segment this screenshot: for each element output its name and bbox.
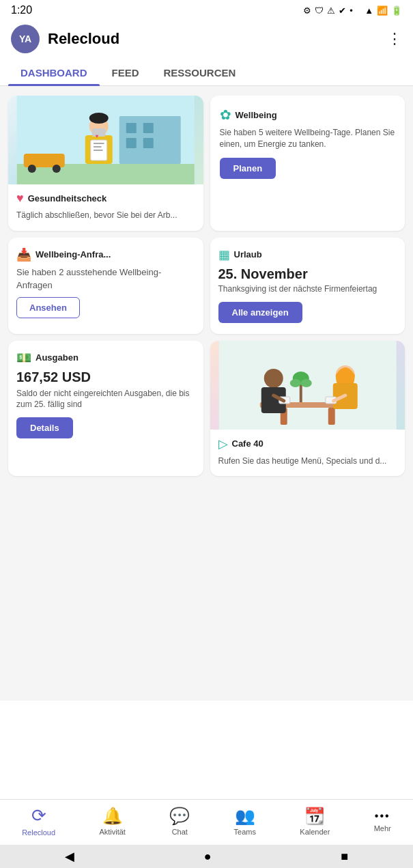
svg-rect-16: [94, 146, 102, 148]
card-grid: ♥ ♥ Gesundheitscheck Täglich abschließen…: [8, 96, 405, 476]
svg-point-8: [28, 165, 36, 173]
signal-icon: 📶: [377, 5, 388, 16]
cafe-icon: ▷: [218, 436, 228, 451]
vacation-body: ▦ Urlaub 25. November Thanksgiving ist d…: [210, 238, 405, 334]
relecloud-nav-label: Relecloud: [22, 828, 55, 837]
svg-point-25: [289, 379, 300, 387]
wellbeing-card: ✿ Wellbeing Sie haben 5 weitere Wellbein…: [210, 96, 405, 231]
tabs-bar: DASHBOARD FEED RESSOURCEN: [0, 60, 413, 86]
mehr-nav-icon: •••: [375, 810, 390, 822]
nav-item-relecloud[interactable]: ⟳ Relecloud: [22, 805, 55, 837]
expenses-body: 💵 Ausgaben 167,52 USD Saldo der nicht ei…: [8, 341, 203, 450]
settings-icon: ⚙: [303, 5, 311, 16]
back-button[interactable]: ◀: [65, 849, 74, 864]
avatar[interactable]: YA: [11, 25, 40, 53]
expenses-card: 💵 Ausgaben 167,52 USD Saldo der nicht ei…: [8, 341, 203, 477]
health-check-card: ♥ ♥ Gesundheitscheck Täglich abschließen…: [8, 96, 203, 231]
vacation-date: 25. November: [218, 266, 397, 282]
svg-rect-17: [94, 150, 103, 151]
more-options-button[interactable]: ⋮: [387, 30, 402, 48]
chat-nav-icon: 💬: [169, 807, 190, 826]
health-text: Täglich abschließen, bevor Sie bei der A…: [16, 210, 195, 221]
home-button[interactable]: ●: [204, 850, 212, 864]
header: YA Relecloud ⋮: [0, 19, 413, 60]
wellbeing-icon: ✿: [220, 107, 231, 123]
svg-text:♥: ♥: [96, 133, 99, 139]
cafe-card: ▷ Cafe 40 Rufen Sie das heutige Menü, Sp…: [210, 341, 405, 477]
svg-point-9: [53, 165, 61, 173]
tab-dashboard[interactable]: DASHBOARD: [8, 60, 100, 85]
nav-item-teams[interactable]: 👥 Teams: [234, 807, 256, 836]
wellbeing-body: ✿ Wellbeing Sie haben 5 weitere Wellbein…: [210, 96, 405, 190]
svg-rect-6: [143, 138, 154, 148]
warning-icon: ⚠: [327, 5, 335, 16]
cafe-image: [210, 341, 405, 430]
health-check-body: ♥ Gesundheitscheck Täglich abschließen, …: [8, 184, 203, 231]
requests-title: Wellbeing-Anfra...: [35, 249, 111, 260]
svg-point-27: [264, 369, 283, 388]
svg-rect-4: [143, 123, 154, 133]
tab-feed[interactable]: FEED: [100, 60, 152, 85]
health-check-image: ♥: [8, 96, 203, 184]
svg-rect-22: [328, 408, 334, 425]
wifi-icon: ▲: [365, 5, 373, 16]
wellbeing-description: Sie haben 5 weitere Wellbeing-Tage. Plan…: [220, 127, 396, 151]
check-icon: ✔: [339, 5, 346, 16]
main-content: ♥ ♥ Gesundheitscheck Täglich abschließen…: [0, 86, 413, 701]
health-illustration: ♥: [8, 96, 203, 184]
expenses-amount: 167,52 USD: [16, 369, 195, 385]
wellbeing-requests-card: 📥 Wellbeing-Anfra... Sie haben 2 aussteh…: [8, 238, 203, 334]
recent-button[interactable]: ■: [341, 850, 348, 864]
chat-nav-label: Chat: [172, 828, 188, 836]
app-title: Relecloud: [48, 30, 387, 48]
teams-nav-label: Teams: [234, 828, 256, 836]
requests-text: Sie haben 2 ausstehende Wellbeing-Anfrag…: [16, 266, 195, 292]
vacation-text: Thanksgiving ist der nächste Firmenfeier…: [218, 283, 397, 295]
system-nav-bar: ◀ ● ■: [0, 845, 413, 868]
expenses-title: Ausgaben: [35, 352, 79, 363]
cafe-title: Cafe 40: [232, 438, 264, 449]
vacation-title: Urlaub: [234, 249, 262, 260]
bottom-nav: ⟳ Relecloud 🔔 Aktivität 💬 Chat 👥 Teams 📆…: [0, 799, 413, 843]
tab-ressourcen[interactable]: RESSOURCEN: [152, 60, 248, 85]
cafe-illustration: [210, 341, 405, 430]
expenses-text: Saldo der nicht eingereichten Ausgaben, …: [16, 388, 195, 411]
svg-point-11: [89, 113, 109, 124]
wellbeing-title: Wellbeing: [236, 110, 277, 120]
health-title: Gesundheitscheck: [28, 193, 107, 204]
nav-item-mehr[interactable]: ••• Mehr: [374, 810, 391, 832]
nav-item-aktivitat[interactable]: 🔔 Aktivität: [99, 807, 126, 836]
aktivitat-nav-icon: 🔔: [102, 807, 123, 826]
vacation-card: ▦ Urlaub 25. November Thanksgiving ist d…: [210, 238, 405, 334]
svg-rect-15: [94, 143, 104, 144]
svg-rect-3: [126, 123, 137, 133]
status-icons: ⚙ 🛡 ⚠ ✔ • ▲ 📶 🔋: [303, 5, 402, 16]
kalender-nav-label: Kalender: [300, 828, 330, 836]
teams-nav-icon: 👥: [235, 807, 255, 826]
battery-icon: 🔋: [391, 5, 402, 16]
expenses-icon: 💵: [16, 350, 31, 365]
expenses-details-button[interactable]: Details: [16, 417, 73, 438]
relecloud-nav-icon: ⟳: [31, 805, 46, 826]
wellbeing-requests-body: 📥 Wellbeing-Anfra... Sie haben 2 aussteh…: [8, 238, 203, 330]
cafe-body: ▷ Cafe 40 Rufen Sie das heutige Menü, Sp…: [210, 430, 405, 477]
aktivitat-nav-label: Aktivität: [99, 828, 126, 836]
status-bar: 1:20 ⚙ 🛡 ⚠ ✔ • ▲ 📶 🔋: [0, 0, 413, 19]
wellbeing-plan-button[interactable]: Planen: [220, 158, 276, 179]
svg-rect-5: [126, 138, 137, 148]
status-time: 1:20: [11, 4, 32, 16]
nav-item-chat[interactable]: 💬 Chat: [169, 807, 190, 836]
nav-item-kalender[interactable]: 📆 Kalender: [300, 807, 330, 836]
mehr-nav-label: Mehr: [374, 824, 391, 832]
dot-icon: •: [350, 5, 353, 16]
svg-rect-13: [92, 128, 106, 137]
cafe-text: Rufen Sie das heutige Menü, Specials und…: [218, 456, 397, 467]
kalender-nav-icon: 📆: [304, 807, 325, 826]
vacation-icon: ▦: [218, 247, 230, 262]
requests-icon: 📥: [16, 247, 31, 262]
shield-icon: 🛡: [315, 5, 324, 16]
vacation-show-all-button[interactable]: Alle anzeigen: [218, 302, 302, 323]
health-icon: ♥: [16, 191, 24, 206]
requests-view-button[interactable]: Ansehen: [16, 297, 80, 318]
svg-point-26: [300, 379, 311, 387]
